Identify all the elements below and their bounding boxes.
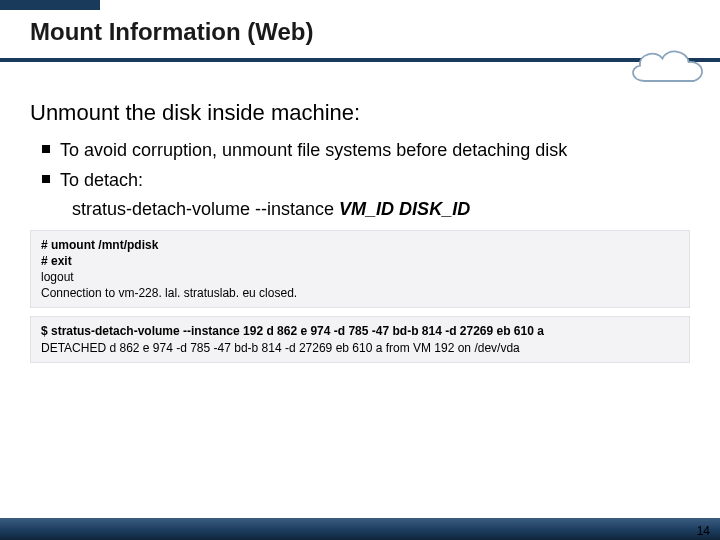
code-line: Connection to vm-228. lal. stratuslab. e… xyxy=(41,285,679,301)
bullet-text: To detach: xyxy=(60,168,143,192)
bullet-text: To avoid corruption, unmount file system… xyxy=(60,138,567,162)
title-area: Mount Information (Web) xyxy=(30,18,690,46)
slide: Mount Information (Web) Unmount the disk… xyxy=(0,0,720,540)
slide-title: Mount Information (Web) xyxy=(30,18,690,46)
code-line: # exit xyxy=(41,253,679,269)
code-line: $ stratus-detach-volume --instance 192 d… xyxy=(41,323,679,339)
code-line: # umount /mnt/pdisk xyxy=(41,237,679,253)
bullet-list: To avoid corruption, unmount file system… xyxy=(42,138,690,220)
detach-command: stratus-detach-volume --instance xyxy=(72,199,339,219)
top-accent-bar xyxy=(0,0,100,10)
bullet-marker-icon xyxy=(42,175,50,183)
subheading: Unmount the disk inside machine: xyxy=(30,100,690,126)
bullet-item: To detach: xyxy=(42,168,690,192)
body: Unmount the disk inside machine: To avoi… xyxy=(30,100,690,371)
title-underline xyxy=(0,58,720,62)
code-line: DETACHED d 862 e 974 -d 785 -47 bd-b 814… xyxy=(41,340,679,356)
page-number: 14 xyxy=(697,524,710,538)
bullet-item: To avoid corruption, unmount file system… xyxy=(42,138,690,162)
footer-bar xyxy=(0,518,720,540)
code-line: logout xyxy=(41,269,679,285)
bullet-marker-icon xyxy=(42,145,50,153)
code-block-umount: # umount /mnt/pdisk # exit logout Connec… xyxy=(30,230,690,309)
cloud-icon xyxy=(622,40,712,95)
code-block-detach: $ stratus-detach-volume --instance 192 d… xyxy=(30,316,690,362)
detach-command-line: stratus-detach-volume --instance VM_ID D… xyxy=(72,199,690,220)
detach-command-args: VM_ID DISK_ID xyxy=(339,199,470,219)
